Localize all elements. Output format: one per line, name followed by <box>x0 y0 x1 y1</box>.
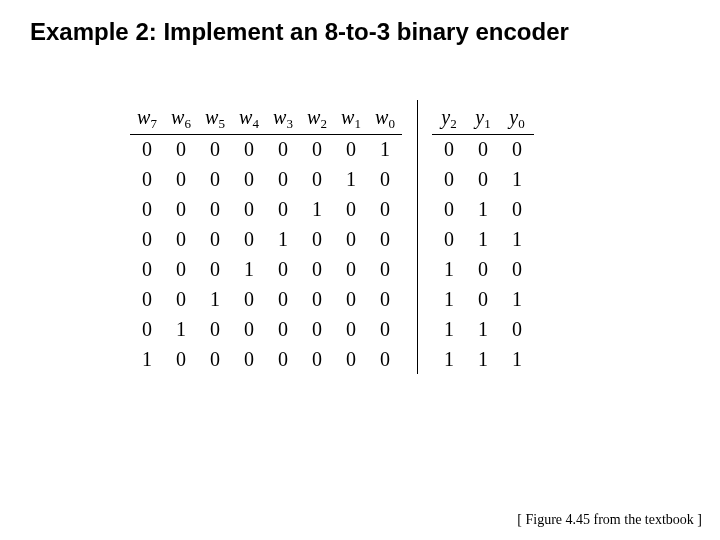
table-row: 0 1 0 0 0 0 0 0 1 1 0 <box>130 314 534 344</box>
cell: 0 <box>368 194 402 224</box>
cell: 0 <box>368 164 402 194</box>
cell: 1 <box>500 224 534 254</box>
cell: 0 <box>300 344 334 374</box>
cell: 1 <box>432 344 466 374</box>
col-w6: w6 <box>164 100 198 134</box>
cell: 1 <box>130 344 164 374</box>
cell: 0 <box>368 314 402 344</box>
header-rule-right <box>432 134 534 135</box>
cell: 0 <box>232 314 266 344</box>
cell: 0 <box>130 284 164 314</box>
cell: 1 <box>266 224 300 254</box>
cell: 0 <box>266 164 300 194</box>
cell: 0 <box>500 254 534 284</box>
cell: 1 <box>232 254 266 284</box>
cell: 0 <box>232 284 266 314</box>
col-w0: w0 <box>368 100 402 134</box>
col-w3: w3 <box>266 100 300 134</box>
cell: 0 <box>266 344 300 374</box>
cell: 0 <box>466 164 500 194</box>
cell: 0 <box>300 164 334 194</box>
cell: 0 <box>130 194 164 224</box>
cell: 0 <box>334 254 368 284</box>
encoder-table: w7 w6 w5 w4 w3 w2 w1 w0 y2 y1 y0 0 0 0 0… <box>130 100 534 374</box>
page-title: Example 2: Implement an 8-to-3 binary en… <box>30 18 569 46</box>
col-w1: w1 <box>334 100 368 134</box>
cell: 1 <box>368 134 402 164</box>
slide-page: Example 2: Implement an 8-to-3 binary en… <box>0 0 720 540</box>
cell: 0 <box>500 314 534 344</box>
cell: 0 <box>300 134 334 164</box>
table-row: 0 0 1 0 0 0 0 0 1 0 1 <box>130 284 534 314</box>
cell: 0 <box>368 254 402 284</box>
cell: 1 <box>500 164 534 194</box>
cell: 0 <box>198 314 232 344</box>
cell: 0 <box>466 134 500 164</box>
cell: 0 <box>432 134 466 164</box>
cell: 1 <box>334 164 368 194</box>
table-row: 0 0 0 0 0 1 0 0 0 1 0 <box>130 194 534 224</box>
cell: 0 <box>368 224 402 254</box>
cell: 0 <box>432 194 466 224</box>
cell: 0 <box>266 254 300 284</box>
col-y0: y0 <box>500 100 534 134</box>
cell: 1 <box>500 344 534 374</box>
table-row: 1 0 0 0 0 0 0 0 1 1 1 <box>130 344 534 374</box>
cell: 0 <box>198 134 232 164</box>
cell: 0 <box>164 164 198 194</box>
col-w4: w4 <box>232 100 266 134</box>
cell: 0 <box>368 344 402 374</box>
cell: 0 <box>164 284 198 314</box>
table-row: 0 0 0 0 1 0 0 0 0 1 1 <box>130 224 534 254</box>
cell: 1 <box>164 314 198 344</box>
cell: 0 <box>130 224 164 254</box>
table-header-row: w7 w6 w5 w4 w3 w2 w1 w0 y2 y1 y0 <box>130 100 534 134</box>
cell: 0 <box>266 134 300 164</box>
cell: 0 <box>232 224 266 254</box>
cell: 0 <box>164 134 198 164</box>
cell: 0 <box>334 224 368 254</box>
cell: 0 <box>164 194 198 224</box>
cell: 0 <box>130 134 164 164</box>
table-row: 0 0 0 0 0 0 0 1 0 0 0 <box>130 134 534 164</box>
cell: 0 <box>164 344 198 374</box>
cell: 0 <box>300 314 334 344</box>
cell: 0 <box>300 254 334 284</box>
cell: 0 <box>198 224 232 254</box>
cell: 0 <box>198 344 232 374</box>
col-w2: w2 <box>300 100 334 134</box>
cell: 1 <box>198 284 232 314</box>
cell: 1 <box>300 194 334 224</box>
figure-caption: [ Figure 4.45 from the textbook ] <box>517 512 702 528</box>
cell: 0 <box>130 254 164 284</box>
cell: 0 <box>466 254 500 284</box>
cell: 0 <box>198 254 232 284</box>
truth-table: w7 w6 w5 w4 w3 w2 w1 w0 y2 y1 y0 0 0 0 0… <box>130 100 534 374</box>
cell: 0 <box>334 194 368 224</box>
cell: 0 <box>130 314 164 344</box>
col-y1: y1 <box>466 100 500 134</box>
cell: 0 <box>334 134 368 164</box>
cell: 1 <box>466 314 500 344</box>
cell: 0 <box>232 194 266 224</box>
cell: 1 <box>432 254 466 284</box>
cell: 0 <box>466 284 500 314</box>
cell: 0 <box>334 284 368 314</box>
table-row: 0 0 0 0 0 0 1 0 0 0 1 <box>130 164 534 194</box>
cell: 0 <box>198 164 232 194</box>
cell: 0 <box>500 134 534 164</box>
cell: 1 <box>466 194 500 224</box>
cell: 0 <box>266 284 300 314</box>
cell: 1 <box>432 284 466 314</box>
cell: 1 <box>466 344 500 374</box>
cell: 0 <box>232 344 266 374</box>
output-separator <box>417 100 418 374</box>
col-w7: w7 <box>130 100 164 134</box>
cell: 1 <box>432 314 466 344</box>
header-rule-left <box>130 134 402 135</box>
cell: 0 <box>334 314 368 344</box>
cell: 0 <box>232 164 266 194</box>
cell: 0 <box>300 284 334 314</box>
col-y2: y2 <box>432 100 466 134</box>
cell: 0 <box>266 314 300 344</box>
